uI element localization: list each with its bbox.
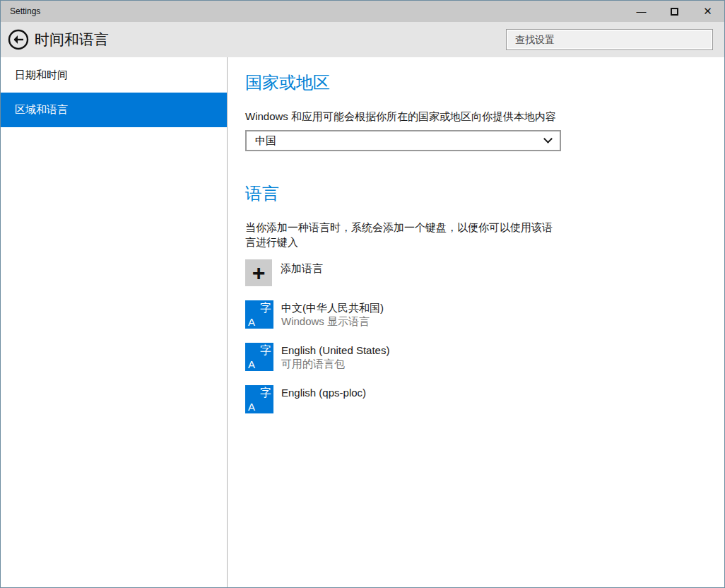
sidebar-item-date-time[interactable]: 日期和时间	[1, 58, 227, 93]
language-item-subtitle: 可用的语言包	[281, 357, 389, 371]
back-icon	[8, 29, 29, 50]
region-description: Windows 和应用可能会根据你所在的国家或地区向你提供本地内容	[245, 109, 562, 124]
language-item-text: English (United States) 可用的语言包	[281, 343, 389, 371]
sidebar-item-label: 日期和时间	[15, 69, 68, 82]
sidebar: 日期和时间 区域和语言	[1, 57, 228, 587]
language-item-chinese[interactable]: 字 A 中文(中华人民共和国) Windows 显示语言	[245, 300, 710, 329]
language-list: 字 A 中文(中华人民共和国) Windows 显示语言 字 A English…	[245, 300, 710, 413]
window-title: Settings	[10, 6, 40, 16]
language-tile-icon: 字 A	[245, 300, 273, 329]
language-item-title: 中文(中华人民共和国)	[281, 301, 384, 314]
back-button[interactable]	[8, 29, 29, 50]
plus-icon: +	[245, 259, 272, 286]
language-item-english-qps-ploc[interactable]: 字 A English (qps-ploc)	[245, 385, 710, 413]
close-icon: ✕	[703, 5, 712, 18]
maximize-button[interactable]	[658, 1, 691, 22]
page-header: 时间和语言	[1, 22, 724, 57]
app-body: 日期和时间 区域和语言 国家或地区 Windows 和应用可能会根据你所在的国家…	[1, 57, 724, 587]
language-section-heading: 语言	[245, 184, 710, 204]
add-language-button[interactable]: + 添加语言	[245, 259, 710, 286]
language-item-english-us[interactable]: 字 A English (United States) 可用的语言包	[245, 343, 710, 371]
chevron-down-icon	[543, 134, 553, 143]
minimize-button[interactable]: —	[625, 1, 658, 22]
main-content: 国家或地区 Windows 和应用可能会根据你所在的国家或地区向你提供本地内容 …	[228, 57, 724, 587]
language-item-subtitle: Windows 显示语言	[281, 314, 384, 329]
add-language-label: 添加语言	[281, 262, 323, 276]
region-section-heading: 国家或地区	[245, 73, 710, 93]
minimize-icon: —	[637, 6, 647, 17]
sidebar-item-region-language[interactable]: 区域和语言	[1, 93, 227, 127]
language-tile-icon: 字 A	[245, 385, 273, 413]
page-title: 时间和语言	[35, 30, 109, 49]
language-item-text: English (qps-ploc)	[281, 385, 366, 399]
search-box	[506, 29, 713, 50]
language-item-text: 中文(中华人民共和国) Windows 显示语言	[281, 300, 384, 329]
maximize-icon	[671, 8, 678, 16]
country-dropdown[interactable]: 中国	[245, 130, 561, 151]
country-dropdown-value: 中国	[255, 134, 276, 148]
settings-window: Settings — ✕ 时间和语言	[0, 0, 725, 588]
close-button[interactable]: ✕	[691, 1, 724, 22]
search-input[interactable]	[506, 29, 713, 50]
language-description: 当你添加一种语言时，系统会添加一个键盘，以便你可以使用该语言进行键入	[245, 220, 562, 249]
window-controls: — ✕	[625, 1, 724, 22]
titlebar: Settings — ✕	[1, 1, 724, 22]
language-item-title: English (United States)	[281, 343, 389, 357]
language-item-title: English (qps-ploc)	[281, 386, 366, 399]
sidebar-item-label: 区域和语言	[15, 103, 68, 117]
language-tile-icon: 字 A	[245, 343, 273, 371]
